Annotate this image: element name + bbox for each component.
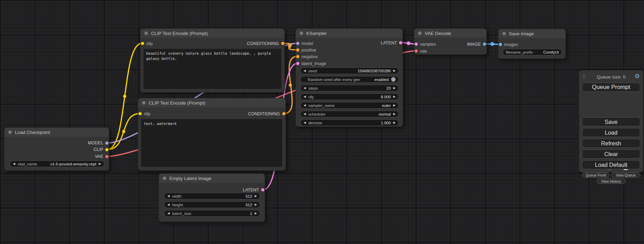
width-widget[interactable]: ◀ width 512 ▶ bbox=[164, 193, 260, 199]
node-title: VAE Decode bbox=[425, 31, 451, 36]
output-label-conditioning: CONDITIONING bbox=[247, 41, 279, 46]
clear-button[interactable]: Clear bbox=[582, 150, 640, 159]
batch-size-widget[interactable]: ◀ batch_size 1 ▶ bbox=[164, 210, 260, 217]
collapse-dot-icon[interactable] bbox=[163, 177, 166, 180]
node-titlebar[interactable]: Empty Latent Image bbox=[159, 174, 265, 183]
output-slot-clip[interactable] bbox=[105, 148, 108, 151]
widget-value: 20 bbox=[386, 86, 391, 90]
collapse-dot-icon[interactable] bbox=[418, 31, 422, 35]
increment-arrow-icon[interactable]: ▶ bbox=[393, 104, 396, 107]
decrement-arrow-icon[interactable]: ◀ bbox=[303, 87, 306, 90]
increment-arrow-icon[interactable]: ▶ bbox=[255, 203, 257, 206]
decrement-arrow-icon[interactable]: ◀ bbox=[167, 212, 170, 215]
decrement-arrow-icon[interactable]: ◀ bbox=[13, 162, 15, 165]
widget-value: normal bbox=[379, 112, 391, 116]
collapse-dot-icon[interactable] bbox=[144, 31, 148, 35]
input-slot-latent-image[interactable] bbox=[296, 62, 299, 65]
queue-prompt-button[interactable]: Queue Prompt bbox=[582, 83, 640, 92]
steps-widget[interactable]: ◀ steps 20 ▶ bbox=[300, 85, 399, 91]
gear-icon[interactable]: ⚙ bbox=[635, 73, 640, 80]
input-slot-clip[interactable] bbox=[139, 112, 142, 115]
output-label-latent: LATENT bbox=[243, 188, 259, 192]
prompt-textarea[interactable]: beautiful scenery nature glass bottle la… bbox=[143, 49, 281, 89]
increment-arrow-icon[interactable]: ▶ bbox=[255, 212, 257, 215]
decrement-arrow-icon[interactable]: ◀ bbox=[303, 104, 306, 107]
decrement-arrow-icon[interactable]: ◀ bbox=[303, 121, 306, 124]
node-title: KSampler bbox=[306, 31, 327, 36]
view-history-button[interactable]: View History bbox=[597, 179, 626, 184]
comfyui-canvas[interactable]: { "colors": { "model": "#B39DDB", "clip"… bbox=[0, 0, 644, 244]
denoise-widget[interactable]: ◀ denoise 1.000 ▶ bbox=[300, 119, 399, 126]
ckpt-name-widget[interactable]: ◀ ckpt_name v1-5-pruned-emaonly.ckpt ▶ bbox=[10, 161, 104, 167]
widget-label: Random seed after every gen bbox=[308, 78, 360, 82]
output-slot-latent[interactable] bbox=[261, 188, 264, 191]
node-titlebar[interactable]: Save Image bbox=[499, 29, 565, 38]
cfg-widget[interactable]: ◀ cfg 8.000 ▶ bbox=[300, 93, 399, 100]
scheduler-widget[interactable]: ◀ scheduler normal ▶ bbox=[300, 111, 399, 117]
height-widget[interactable]: ◀ height 512 ▶ bbox=[164, 201, 260, 208]
node-titlebar[interactable]: VAE Decode bbox=[414, 29, 486, 38]
input-slot-vae[interactable] bbox=[415, 49, 418, 53]
input-slot-clip[interactable] bbox=[141, 42, 144, 45]
prompt-textarea[interactable]: text, watermark bbox=[141, 119, 282, 167]
widget-label: filename_prefix bbox=[506, 50, 533, 54]
node-empty-latent-image: Empty Latent Image LATENT ◀ width 512 ▶ … bbox=[159, 173, 265, 222]
widget-label: scheduler bbox=[308, 112, 326, 116]
decrement-arrow-icon[interactable]: ◀ bbox=[167, 203, 170, 206]
link-midpoint-dot bbox=[407, 42, 411, 45]
drag-handle-icon[interactable] bbox=[583, 74, 584, 75]
output-slot-conditioning[interactable] bbox=[282, 112, 285, 115]
increment-arrow-icon[interactable]: ▶ bbox=[255, 195, 257, 198]
view-queue-button[interactable]: View Queue bbox=[611, 172, 640, 178]
input-slot-negative[interactable] bbox=[296, 55, 299, 58]
output-slot-conditioning[interactable] bbox=[281, 42, 284, 45]
link-midpoint-dot bbox=[288, 45, 291, 48]
collapse-dot-icon[interactable] bbox=[300, 31, 303, 35]
input-label-clip: clip bbox=[146, 41, 153, 46]
increment-arrow-icon[interactable]: ▶ bbox=[393, 87, 396, 90]
increment-arrow-icon[interactable]: ▶ bbox=[393, 112, 396, 116]
queue-front-button[interactable]: Queue Front bbox=[582, 172, 610, 178]
collapse-dot-icon[interactable] bbox=[502, 32, 506, 35]
input-slot-images[interactable] bbox=[499, 43, 502, 46]
output-slot-model[interactable] bbox=[105, 142, 108, 145]
sampler-name-widget[interactable]: ◀ sampler_name euler ▶ bbox=[300, 102, 399, 109]
widget-value: v1-5-pruned-emaonly.ckpt bbox=[50, 162, 96, 166]
toggle-on-icon[interactable] bbox=[391, 77, 396, 82]
widget-value: 1 bbox=[250, 211, 252, 216]
random-seed-toggle-widget[interactable]: Random seed after every gen enabled bbox=[300, 76, 399, 83]
output-slot-latent[interactable] bbox=[399, 41, 402, 44]
collapse-dot-icon[interactable] bbox=[142, 101, 145, 105]
widget-value: 156680208700286 bbox=[358, 69, 391, 73]
load-button[interactable]: Load bbox=[582, 128, 640, 137]
node-titlebar[interactable]: Load Checkpoint bbox=[5, 128, 109, 137]
input-label-negative: negative bbox=[301, 54, 318, 59]
increment-arrow-icon[interactable]: ▶ bbox=[393, 121, 396, 124]
increment-arrow-icon[interactable]: ▶ bbox=[99, 162, 101, 165]
node-save-image: Save Image images filename_prefix ComfyU… bbox=[498, 29, 566, 59]
node-title: Empty Latent Image bbox=[169, 176, 211, 181]
input-slot-samples[interactable] bbox=[415, 43, 418, 46]
filename-prefix-widget[interactable]: filename_prefix ComfyUI bbox=[503, 49, 562, 55]
output-slot-vae[interactable] bbox=[105, 155, 108, 158]
input-slot-positive[interactable] bbox=[296, 48, 299, 52]
decrement-arrow-icon[interactable]: ◀ bbox=[167, 195, 170, 198]
seed-widget[interactable]: ◀ seed 156680208700286 ▶ bbox=[300, 67, 399, 74]
save-button[interactable]: Save bbox=[582, 117, 640, 126]
input-slot-model[interactable] bbox=[296, 42, 299, 45]
decrement-arrow-icon[interactable]: ◀ bbox=[303, 95, 306, 98]
increment-arrow-icon[interactable]: ▶ bbox=[393, 95, 396, 98]
refresh-button[interactable]: Refresh bbox=[582, 139, 640, 148]
node-titlebar[interactable]: CLIP Text Encode (Prompt) bbox=[138, 98, 285, 107]
node-titlebar[interactable]: CLIP Text Encode (Prompt) bbox=[141, 29, 284, 38]
node-titlebar[interactable]: KSampler bbox=[296, 29, 403, 38]
widget-value: euler bbox=[382, 103, 391, 108]
collapse-dot-icon[interactable] bbox=[8, 130, 12, 134]
output-slot-image[interactable] bbox=[483, 43, 486, 46]
decrement-arrow-icon[interactable]: ◀ bbox=[303, 69, 306, 72]
queue-panel-header: Queue size: 0 ⚙ bbox=[579, 73, 643, 80]
increment-arrow-icon[interactable]: ▶ bbox=[393, 69, 396, 72]
node-load-checkpoint: Load Checkpoint MODEL CLIP VAE ◀ ckpt_na… bbox=[4, 127, 109, 171]
decrement-arrow-icon[interactable]: ◀ bbox=[303, 112, 306, 116]
load-default-button[interactable]: Load Default bbox=[582, 160, 640, 169]
